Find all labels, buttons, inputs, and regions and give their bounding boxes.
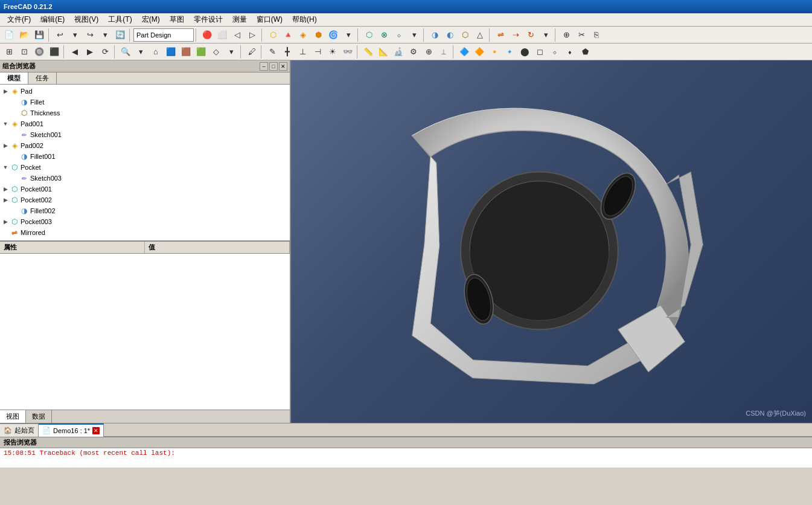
tb-helix[interactable]: 🌀 xyxy=(326,28,340,42)
tb-more2[interactable]: ▾ xyxy=(407,28,421,42)
expander-pocket002[interactable]: ▶ xyxy=(1,196,10,204)
menu-help[interactable]: 帮助(H) xyxy=(287,13,322,26)
zoom-btn[interactable]: 🔍 xyxy=(118,45,133,59)
view-top[interactable]: 🟫 xyxy=(179,45,193,59)
snap3[interactable]: ⊥ xyxy=(295,45,310,59)
tb-pipe[interactable]: ⬢ xyxy=(311,28,325,42)
view-more[interactable]: ▾ xyxy=(224,45,238,59)
tab-model[interactable]: 模型 xyxy=(0,72,28,84)
expander-pocket003[interactable]: ▶ xyxy=(1,217,10,226)
tb-tool-3[interactable]: ◁ xyxy=(230,28,245,42)
expander-pad002[interactable]: ▶ xyxy=(1,141,10,150)
std-view-home[interactable]: ⌂ xyxy=(149,45,163,59)
expander-pocket001[interactable]: ▶ xyxy=(1,185,10,193)
panel-close-btn[interactable]: ✕ xyxy=(279,62,287,71)
tb-tool-1[interactable]: 🔴 xyxy=(200,28,214,42)
tb-extrude[interactable]: ⬡ xyxy=(266,28,280,42)
expander-pad[interactable]: ▶ xyxy=(1,87,10,95)
extra9[interactable]: ⬟ xyxy=(578,45,592,59)
undo-button[interactable]: ↩ xyxy=(53,28,67,42)
save-button[interactable]: 💾 xyxy=(32,28,46,42)
extra3[interactable]: 🔸 xyxy=(487,45,502,59)
demo-tab-close[interactable]: ✕ xyxy=(92,427,100,434)
tree-item-mirrored[interactable]: ⇌ Mirrored xyxy=(1,227,289,238)
extra1[interactable]: 🔷 xyxy=(457,45,472,59)
fit-all-btn[interactable]: ⊞ xyxy=(2,45,16,59)
lighting[interactable]: ☀ xyxy=(325,45,340,59)
expander-pad001[interactable]: ▼ xyxy=(1,120,10,128)
tree-item-pad001[interactable]: ▼ ◈ Pad001 xyxy=(1,118,289,129)
tab-view[interactable]: 视图 xyxy=(0,410,26,423)
tb-linear[interactable]: ⇢ xyxy=(508,28,523,42)
extra8[interactable]: ⬧ xyxy=(563,45,577,59)
menu-partdesign[interactable]: 零件设计 xyxy=(189,13,228,26)
tb-clone[interactable]: ⎘ xyxy=(589,28,604,42)
tree-item-sketch003[interactable]: ✏ Sketch003 xyxy=(1,173,289,184)
tab-demo16[interactable]: 📄 Demo16 : 1* ✕ xyxy=(39,423,104,437)
tb-hole[interactable]: ⊗ xyxy=(377,28,391,42)
tree-item-pad002[interactable]: ▶ ◈ Pad002 xyxy=(1,140,289,151)
extra5[interactable]: ⬤ xyxy=(517,45,532,59)
draw-style[interactable]: 🖊 xyxy=(245,45,259,59)
snap2[interactable]: ╋ xyxy=(280,45,295,59)
tb-tool-4[interactable]: ▷ xyxy=(245,28,260,42)
measure4[interactable]: ⚙ xyxy=(406,45,421,59)
std-views-btn[interactable]: 🔘 xyxy=(32,45,46,59)
tree-item-fillet001[interactable]: ◑ Fillet001 xyxy=(1,151,289,162)
tb-more3[interactable]: ▾ xyxy=(539,28,553,42)
viewport[interactable]: CSDN @笋(DuXiao) xyxy=(291,60,812,423)
panel-restore-btn[interactable]: □ xyxy=(269,62,278,71)
menu-edit[interactable]: 编辑(E) xyxy=(36,13,69,26)
menu-window[interactable]: 窗口(W) xyxy=(252,13,287,26)
extra7[interactable]: ⬦ xyxy=(548,45,562,59)
workbench-selector[interactable]: Part Design xyxy=(133,28,194,42)
next-view-btn[interactable]: ▶ xyxy=(83,45,97,59)
tree-item-pocket001[interactable]: ▶ ⬡ Pocket001 xyxy=(1,184,289,195)
tab-task[interactable]: 任务 xyxy=(28,72,57,84)
measure2[interactable]: 📐 xyxy=(376,45,391,59)
snap1[interactable]: ✎ xyxy=(265,45,280,59)
clipping[interactable]: ⊣ xyxy=(310,45,325,59)
tree-item-fillet[interactable]: ◑ Fillet xyxy=(1,97,289,108)
menu-file[interactable]: 文件(F) xyxy=(2,13,36,26)
panel-minimize-btn[interactable]: – xyxy=(260,62,268,71)
tb-bool[interactable]: ⊕ xyxy=(559,28,574,42)
tree-item-pocket002[interactable]: ▶ ⬡ Pocket002 xyxy=(1,195,289,205)
tb-pocket[interactable]: ⬡ xyxy=(362,28,376,42)
open-button[interactable]: 📂 xyxy=(17,28,31,42)
stereo[interactable]: 👓 xyxy=(340,45,355,59)
tb-rev[interactable]: 🔺 xyxy=(281,28,295,42)
tree-item-sketch001[interactable]: ✏ Sketch001 xyxy=(1,129,289,140)
tree-item-pocket[interactable]: ▼ ⬡ Pocket xyxy=(1,162,289,173)
new-button[interactable]: 📄 xyxy=(2,28,16,42)
view-right[interactable]: 🟩 xyxy=(194,45,208,59)
menu-macro[interactable]: 宏(M) xyxy=(137,13,165,26)
redo-dropdown[interactable]: ▾ xyxy=(98,28,112,42)
tb-fillet[interactable]: ◑ xyxy=(427,28,442,42)
prev-view-btn[interactable]: ◀ xyxy=(68,45,82,59)
measure3[interactable]: 🔬 xyxy=(391,45,406,59)
redo-button[interactable]: ↪ xyxy=(83,28,97,42)
extra6[interactable]: ◻ xyxy=(532,45,547,59)
zoom-more-btn[interactable]: ▾ xyxy=(133,45,148,59)
tab-data[interactable]: 数据 xyxy=(26,410,52,423)
tree-item-fillet002[interactable]: ◑ Fillet002 xyxy=(1,205,289,216)
view-iso[interactable]: ◇ xyxy=(209,45,223,59)
measure1[interactable]: 📏 xyxy=(361,45,376,59)
measure5[interactable]: ⊕ xyxy=(421,45,436,59)
bbox-btn[interactable]: ⬛ xyxy=(47,45,62,59)
tb-loft[interactable]: ◈ xyxy=(296,28,310,42)
tb-tool-2[interactable]: ⬜ xyxy=(215,28,229,42)
tb-draft[interactable]: △ xyxy=(473,28,487,42)
tb-thickness[interactable]: ⬡ xyxy=(458,28,472,42)
sync-btn[interactable]: ⟳ xyxy=(98,45,112,59)
tb-polar[interactable]: ↻ xyxy=(523,28,538,42)
tree-item-pad[interactable]: ▶ ◈ Pad xyxy=(1,86,289,97)
menu-tools[interactable]: 工具(T) xyxy=(103,13,136,26)
menu-measure[interactable]: 测量 xyxy=(228,13,252,26)
menu-view[interactable]: 视图(V) xyxy=(69,13,103,26)
undo-dropdown[interactable]: ▾ xyxy=(68,28,82,42)
tree-item-thickness[interactable]: ⬡ Thickness xyxy=(1,108,289,118)
tb-groove[interactable]: ⬦ xyxy=(392,28,406,42)
menu-sketch[interactable]: 草图 xyxy=(165,13,189,26)
